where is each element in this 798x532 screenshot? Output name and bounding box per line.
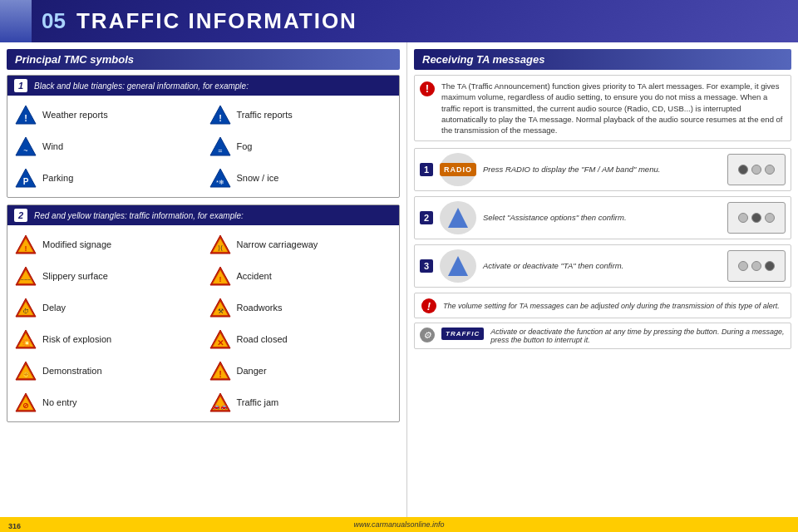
parking-label: Parking [42, 173, 73, 183]
subsection-1-header: 1 Black and blue triangles: general info… [7, 76, 399, 96]
delay-triangle: ⏱ [15, 297, 37, 318]
item-risk-of-explosion: 💥 Risk of explosion [12, 325, 200, 353]
subsection-1: 1 Black and blue triangles: general info… [7, 75, 400, 198]
risk-of-explosion-icon: 💥 [14, 328, 37, 351]
device-controls [738, 165, 775, 175]
radio-button-label[interactable]: RADIO [440, 163, 476, 176]
traffic-reports-icon: ! [209, 103, 232, 126]
item-traffic-reports: ! Traffic reports [207, 101, 395, 129]
step-2-icon-box [440, 201, 476, 234]
delay-icon: ⏱ [14, 296, 37, 319]
item-snow-ice: *❄ Snow / ice [207, 164, 395, 192]
step-2-text: Select "Assistance options" then confirm… [483, 213, 721, 223]
delay-label: Delay [42, 303, 66, 313]
danger-triangle: ! [209, 360, 231, 382]
step-1-icon-box: RADIO [440, 153, 476, 186]
risk-of-explosion-label: Risk of explosion [42, 334, 111, 344]
slippery-surface-triangle: ~~~ [15, 265, 37, 287]
right-panel: Receiving TA messages ! The TA (Traffic … [407, 42, 798, 528]
item-fog: = Fog [207, 132, 395, 160]
note-alert-badge: ! [421, 298, 436, 313]
traffic-triangle-icon: ! [209, 104, 231, 126]
narrow-carriageway-label: Narrow carriageway [237, 239, 318, 249]
svg-text:⊘: ⊘ [22, 401, 29, 410]
snow-ice-triangle-icon: *❄ [209, 167, 231, 189]
modified-signage-triangle: ! [15, 234, 37, 255]
device-circle-3 [765, 165, 775, 175]
svg-marker-49 [448, 256, 468, 276]
footer-url: www.carmanualsonline.info [353, 520, 444, 529]
step-3-row: 3 Activate or deactivate "TA" then confi… [414, 244, 791, 288]
traffic-jam-label: Traffic jam [237, 397, 279, 407]
item-no-entry: ⊘ No entry [12, 388, 200, 416]
item-demonstration: ✊ Demonstration [12, 357, 200, 385]
device-circle-9 [765, 261, 775, 271]
weather-reports-icon: ! [14, 103, 37, 126]
svg-text:⚒: ⚒ [217, 308, 223, 315]
traffic-jam-triangle: 🚗🚗 [209, 392, 231, 413]
step-3-device-image [727, 250, 786, 282]
ta-alert-badge: ! [420, 81, 435, 96]
ta-description-box: ! The TA (Traffic Announcement) function… [414, 75, 791, 141]
slippery-surface-label: Slippery surface [42, 271, 108, 281]
step-3-text: Activate or deactivate "TA" then confirm… [483, 261, 721, 271]
snow-ice-icon: *❄ [209, 166, 232, 190]
svg-text:!: ! [219, 275, 221, 283]
modified-signage-icon: ! [14, 233, 37, 256]
fog-label: Fog [237, 141, 253, 151]
traffic-button-note: ⚙ TRAFFIC Activate or deactivate the fun… [414, 323, 791, 349]
device-controls-2 [738, 213, 775, 223]
gear-icon: ⚙ [420, 328, 435, 342]
svg-marker-48 [448, 208, 468, 228]
step-1-badge: 1 [420, 163, 433, 176]
traffic-jam-icon: 🚗🚗 [209, 391, 232, 414]
header-accent-bar [0, 0, 32, 42]
subsection-1-grid: ! Weather reports ! Traffic reports [7, 96, 399, 197]
ta-description-text: The TA (Traffic Announcement) function g… [441, 81, 786, 135]
item-accident: ! Accident [207, 262, 395, 290]
road-closed-icon: ✕ [209, 328, 232, 351]
roadworks-icon: ⚒ [209, 296, 232, 319]
no-entry-label: No entry [42, 397, 77, 407]
step-1-text: Press RADIO to display the "FM / AM band… [483, 165, 721, 175]
fog-triangle-icon: = [209, 135, 231, 157]
demonstration-icon: ✊ [14, 359, 37, 382]
left-section-title: Principal TMC symbols [7, 49, 400, 70]
fog-icon: = [209, 135, 232, 158]
wind-label: Wind [42, 141, 63, 151]
item-danger: ! Danger [207, 357, 395, 385]
step-2-arrow-icon [445, 204, 471, 231]
danger-label: Danger [237, 366, 267, 376]
accident-label: Accident [237, 271, 272, 281]
parking-icon: P [14, 166, 37, 190]
device-circle-1 [738, 165, 748, 175]
demonstration-label: Demonstration [42, 366, 102, 376]
traffic-reports-label: Traffic reports [237, 110, 293, 120]
snow-ice-label: Snow / ice [237, 173, 279, 183]
page-number: 316 [8, 522, 21, 530]
item-roadworks: ⚒ Roadworks [207, 293, 395, 322]
device-circle-6 [765, 213, 775, 223]
subsection-2-grid: ! Modified signage ⟩⟨ Narrow carriageway [7, 225, 399, 421]
weather-reports-label: Weather reports [42, 110, 108, 120]
weather-triangle-icon: ! [15, 104, 37, 126]
road-closed-triangle: ✕ [209, 328, 231, 350]
slippery-surface-icon: ~~~ [14, 264, 37, 288]
device-circle-4 [738, 213, 748, 223]
chapter-number: 05 [42, 8, 66, 33]
item-traffic-jam: 🚗🚗 Traffic jam [207, 388, 395, 416]
roadworks-label: Roadworks [237, 303, 283, 313]
svg-text:🚗🚗: 🚗🚗 [213, 402, 228, 410]
accident-triangle: ! [209, 265, 231, 287]
narrow-carriageway-triangle: ⟩⟨ [209, 234, 231, 255]
modified-signage-label: Modified signage [42, 239, 111, 249]
wind-icon: ~ [14, 135, 37, 158]
svg-text:!: ! [25, 244, 27, 253]
page-header: 05 TRAFFIC INFORMATION [0, 0, 798, 42]
device-circle-8 [751, 261, 761, 271]
chapter-title: TRAFFIC INFORMATION [76, 8, 357, 33]
traffic-button-label[interactable]: TRAFFIC [441, 328, 484, 340]
parking-triangle-icon: P [15, 167, 37, 189]
step-1-row: 1 RADIO Press RADIO to display the "FM /… [414, 148, 791, 191]
device-circle-2 [751, 165, 761, 175]
